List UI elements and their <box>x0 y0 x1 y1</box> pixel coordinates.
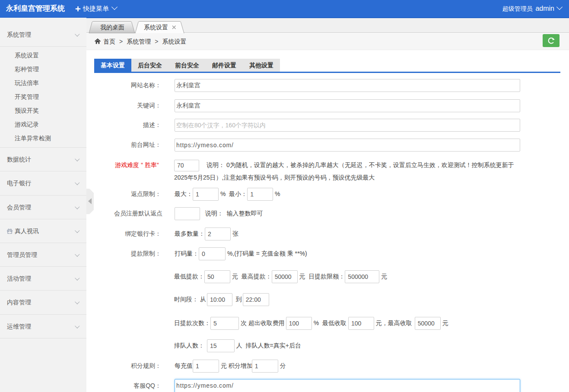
svg-text:系统设置: 系统设置 <box>144 24 168 31</box>
svg-text:我的桌面: 我的桌面 <box>100 24 124 31</box>
